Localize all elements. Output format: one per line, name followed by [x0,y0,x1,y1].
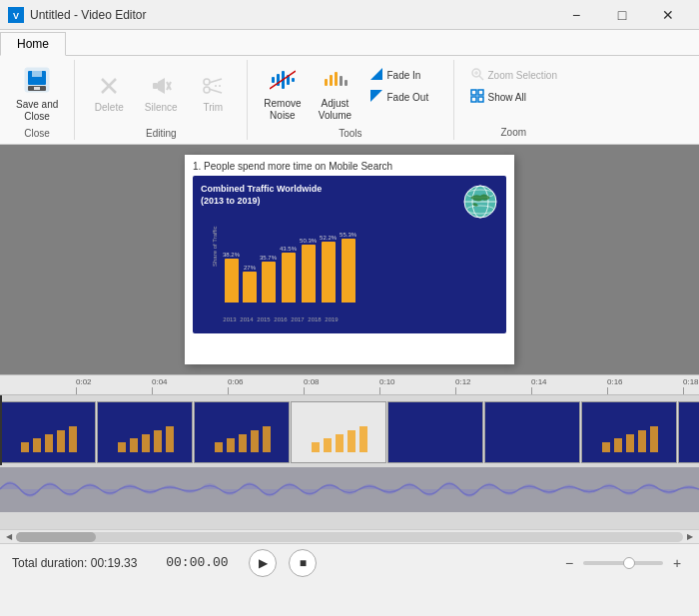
minimize-button[interactable]: − [553,0,599,30]
maximize-button[interactable]: □ [599,0,645,30]
scroll-left-arrow[interactable]: ◀ [2,530,16,544]
bar-wrapper-2016: 43.5% [280,246,297,304]
chart-bar-2016 [282,253,296,304]
playhead[interactable] [0,395,2,465]
show-all-button[interactable]: Show All [464,86,563,108]
ruler-line-0:06 [228,387,229,394]
track-thumb-4 [387,401,483,463]
svg-rect-68 [485,402,579,462]
total-duration-value: 00:19.33 [91,556,138,570]
fade-out-button[interactable]: Fade Out [363,86,443,108]
zoom-selection-label: Zoom Selection [488,70,557,81]
ruler-line-0:04 [152,387,153,394]
track-thumb-1 [678,401,699,463]
ruler-tick-0:12: 0:12 [455,377,471,386]
track-area[interactable] [0,394,699,529]
svg-rect-55 [195,402,289,462]
svg-rect-37 [478,97,483,102]
silence-button[interactable]: Silence [137,64,185,124]
svg-rect-54 [166,426,174,452]
ruler-line-0:10 [379,387,380,394]
svg-marker-28 [370,68,382,80]
ruler-tick-0:08: 0:08 [304,377,320,386]
zoom-slider-track[interactable] [583,561,663,565]
svg-rect-36 [471,97,476,102]
trim-button[interactable]: Trim [189,64,237,124]
zoom-in-button[interactable]: + [667,553,687,573]
svg-rect-66 [359,426,367,452]
trim-label: Trim [203,102,223,113]
scrollbar-thumb[interactable] [16,532,96,542]
chart-bars: 38.2%27%35.7%43.5%50.3%52.2%55.3% [193,209,506,318]
adjust-volume-button[interactable]: AdjustVolume [312,64,359,124]
svg-rect-62 [312,442,320,452]
delete-button[interactable]: Delete [85,64,133,124]
ruler-tick-0:16: 0:16 [607,377,623,386]
h-scrollbar[interactable]: ◀ ▶ [0,529,699,543]
chart-bar-2018 [322,242,336,303]
bar-wrapper-2015: 35.7% [260,255,277,304]
fade-in-button[interactable]: Fade In [363,64,443,86]
svg-rect-71 [614,438,622,452]
svg-rect-67 [388,402,482,462]
scroll-right-arrow[interactable]: ▶ [683,530,697,544]
bar-wrapper-2018: 52.2% [320,235,337,303]
fade-buttons: Fade In Fade Out [363,64,443,108]
svg-rect-70 [602,442,610,452]
silence-icon [150,75,172,100]
ribbon: Home Save andClose [0,30,699,145]
save-close-button[interactable]: Save andClose [10,64,64,124]
bar-wrapper-2014: 27% [243,265,257,304]
video-track [0,395,699,465]
svg-rect-46 [45,434,53,452]
ruler-line-0:16 [607,387,608,394]
trim-icon [202,75,224,100]
silence-label: Silence [145,102,178,113]
time-display[interactable] [157,555,237,570]
fade-out-label: Fade Out [387,92,429,103]
remove-noise-button[interactable]: RemoveNoise [258,64,307,124]
tab-home[interactable]: Home [0,32,66,56]
play-button[interactable]: ▶ [249,549,277,577]
tools-group-label: Tools [256,126,444,139]
fade-out-icon [369,89,383,105]
svg-rect-52 [142,434,150,452]
svg-rect-65 [348,430,355,452]
ruler-line-0:18 [683,387,684,394]
svg-rect-35 [478,90,483,95]
ruler-line-0:12 [455,387,456,394]
audio-waveform-svg [0,467,699,512]
remove-noise-label: RemoveNoise [264,98,301,122]
svg-rect-51 [130,438,138,452]
zoom-out-button[interactable]: − [559,553,579,573]
ribbon-group-editing: Delete Silence [75,60,248,140]
svg-rect-63 [324,438,332,452]
svg-rect-56 [215,442,223,452]
zoom-slider-thumb[interactable] [623,557,635,569]
delete-label: Delete [95,102,124,113]
stop-button[interactable]: ■ [289,549,317,577]
remove-noise-icon [270,67,296,96]
fade-in-icon [369,67,383,83]
svg-rect-21 [292,78,295,82]
ruler-tick-0:18: 0:18 [683,377,699,386]
ruler-tick-0:14: 0:14 [531,377,547,386]
scrollbar-track[interactable] [16,532,683,542]
bar-value-2015: 35.7% [260,255,277,261]
svg-marker-29 [370,90,382,102]
ruler-line-0:08 [304,387,305,394]
bar-wrapper-2019: 55.3% [340,232,356,304]
svg-rect-74 [650,426,658,452]
close-button[interactable]: ✕ [645,0,691,30]
ruler-line-0:14 [531,387,532,394]
audio-track [0,467,699,512]
svg-rect-73 [638,430,646,452]
title-bar: V Untitled - Video Editor − □ ✕ [0,0,699,30]
show-all-label: Show All [488,92,526,103]
delete-icon [98,75,120,100]
svg-rect-59 [251,430,259,452]
bottom-bar: Total duration: 00:19.33 ▶ ■ − + [0,543,699,581]
track-thumb-7 [97,401,193,463]
preview-area: 1. People spend more time on Mobile Sear… [0,145,699,374]
zoom-selection-button[interactable]: Zoom Selection [464,64,563,86]
